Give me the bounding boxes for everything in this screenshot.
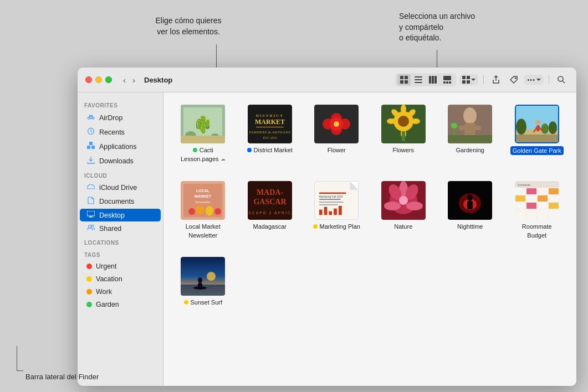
back-button[interactable]: ‹ xyxy=(121,74,128,86)
tag-dot-work xyxy=(86,289,92,295)
svg-rect-102 xyxy=(319,209,323,215)
tag-dot-urgent xyxy=(86,264,92,269)
svg-rect-132 xyxy=(549,188,559,194)
view-gallery-button[interactable] xyxy=(441,74,454,85)
svg-rect-104 xyxy=(329,211,333,215)
file-item-golden-gate[interactable]: Golden Gate Park xyxy=(507,101,568,167)
file-item-roommate[interactable]: Schedule xyxy=(507,178,568,243)
callout-view-elements: Elige cómo quieresver los elementos. xyxy=(133,16,244,37)
sidebar-item-tag-garden[interactable]: Garden xyxy=(80,298,161,311)
svg-rect-33 xyxy=(201,116,205,132)
sidebar-item-tag-vacation[interactable]: Vacation xyxy=(80,273,161,285)
svg-text:Schedule: Schedule xyxy=(518,183,530,187)
window-title: Desktop xyxy=(144,76,172,84)
svg-point-29 xyxy=(89,225,91,228)
svg-rect-5 xyxy=(415,79,422,80)
svg-marker-96 xyxy=(350,181,359,189)
toolbar-icons: ••• xyxy=(395,73,569,86)
view-icons-button[interactable] xyxy=(397,74,411,85)
minimize-button[interactable] xyxy=(95,76,102,83)
svg-text:MARKET: MARKET xyxy=(255,118,285,126)
svg-point-21 xyxy=(558,76,563,81)
svg-point-60 xyxy=(411,118,420,124)
desktop-icon xyxy=(86,211,95,219)
file-item-local-market[interactable]: LOCAL MARKET Newsletter Local Market N xyxy=(172,178,234,243)
svg-rect-133 xyxy=(515,195,525,202)
svg-rect-6 xyxy=(415,82,422,83)
sidebar-label-tags: Tags xyxy=(78,247,163,260)
svg-rect-13 xyxy=(449,81,451,84)
svg-point-87 xyxy=(188,208,195,215)
view-mode-group xyxy=(395,73,456,86)
sidebar-item-shared[interactable]: Shared xyxy=(80,222,161,235)
svg-point-90 xyxy=(214,208,221,215)
file-name-local-market-1: Local Market xyxy=(186,223,221,230)
file-label-madagascar: Madagascar xyxy=(253,223,287,230)
sidebar-item-documents[interactable]: Documents xyxy=(80,194,161,208)
svg-rect-0 xyxy=(400,76,403,79)
label-dot-cacti xyxy=(193,148,197,152)
sidebar-item-tag-work[interactable]: Work xyxy=(80,286,161,298)
file-thumb-flowers xyxy=(381,105,426,143)
svg-point-56 xyxy=(398,116,409,127)
svg-rect-74 xyxy=(516,135,558,142)
titlebar: ‹ › Desktop xyxy=(78,68,576,92)
file-thumb-flower xyxy=(314,105,359,143)
tag-button[interactable] xyxy=(507,74,521,86)
file-area[interactable]: Cacti Lesson.pages ☁ DISTRICT xyxy=(163,92,576,386)
file-item-nature[interactable]: Nature xyxy=(373,178,434,243)
svg-text:ESCAPE 2 AFRICA: ESCAPE 2 AFRICA xyxy=(248,211,292,215)
svg-rect-63 xyxy=(402,131,405,141)
sidebar-item-tag-urgent[interactable]: Urgent xyxy=(80,260,161,272)
file-item-district[interactable]: DISTRICT MARKET FARMERS & ARTISANS EST. … xyxy=(239,101,301,167)
svg-rect-10 xyxy=(443,76,451,80)
file-item-cacti[interactable]: Cacti Lesson.pages ☁ xyxy=(172,101,234,167)
search-button[interactable] xyxy=(554,74,569,86)
group-by-button[interactable] xyxy=(459,74,478,85)
svg-point-77 xyxy=(541,123,548,134)
file-item-gardening[interactable]: Gardening xyxy=(439,101,501,167)
svg-rect-1 xyxy=(405,76,408,79)
sidebar-item-desktop[interactable]: Desktop xyxy=(80,209,161,221)
svg-point-59 xyxy=(387,118,396,124)
file-item-flower[interactable]: Flower xyxy=(306,101,367,167)
recents-icon xyxy=(86,127,95,137)
callout-line-1 xyxy=(216,44,217,68)
forward-button[interactable]: › xyxy=(130,74,137,86)
label-dot-sunset xyxy=(184,300,188,305)
file-item-flowers[interactable]: Flowers xyxy=(373,101,434,167)
svg-text:GASCAR: GASCAR xyxy=(253,198,287,206)
file-label-district: District Market xyxy=(247,146,293,154)
file-item-madagascar[interactable]: MADA- GASCAR ESCAPE 2 AFRICA Madagascar xyxy=(239,178,301,243)
maximize-button[interactable] xyxy=(105,76,112,83)
svg-rect-37 xyxy=(205,121,209,124)
file-thumb-local-market: LOCAL MARKET Newsletter xyxy=(181,181,225,220)
view-column-button[interactable] xyxy=(426,74,439,85)
file-thumb-gardening xyxy=(448,105,492,143)
file-item-nighttime[interactable]: Nighttime xyxy=(439,178,501,243)
svg-rect-99 xyxy=(319,199,341,200)
more-actions-button[interactable]: ••• xyxy=(524,75,544,85)
file-item-marketing[interactable]: Marketing Fall 2019 xyxy=(306,178,367,243)
file-label-sunset: Sunset Surf xyxy=(184,298,222,306)
file-item-sunset[interactable]: Sunset Surf xyxy=(172,254,234,310)
share-button[interactable] xyxy=(489,74,503,86)
svg-rect-25 xyxy=(87,146,90,149)
file-name-sunset: Sunset Surf xyxy=(191,298,222,306)
sidebar-item-airdrop[interactable]: AirDrop xyxy=(80,111,161,125)
sidebar-item-icloud-drive[interactable]: iCloud Drive xyxy=(80,181,161,194)
svg-point-118 xyxy=(467,194,473,201)
close-button[interactable] xyxy=(85,76,92,83)
sidebar-item-applications[interactable]: Applications xyxy=(80,140,161,153)
svg-rect-14 xyxy=(462,76,466,79)
sidebar-item-downloads[interactable]: Downloads xyxy=(80,154,161,168)
file-label-nature: Nature xyxy=(394,223,412,230)
sidebar-item-recents[interactable]: Recents xyxy=(80,125,161,139)
sidebar-label-locations: Locations xyxy=(78,235,163,247)
file-label-cacti: Cacti Lesson.pages ☁ xyxy=(181,146,226,163)
view-list-button[interactable] xyxy=(412,74,425,85)
svg-rect-36 xyxy=(197,119,205,122)
applications-icon xyxy=(86,142,95,151)
file-label-marketing: Marketing Plan xyxy=(313,223,360,230)
sidebar-bracket-icon xyxy=(17,346,23,371)
